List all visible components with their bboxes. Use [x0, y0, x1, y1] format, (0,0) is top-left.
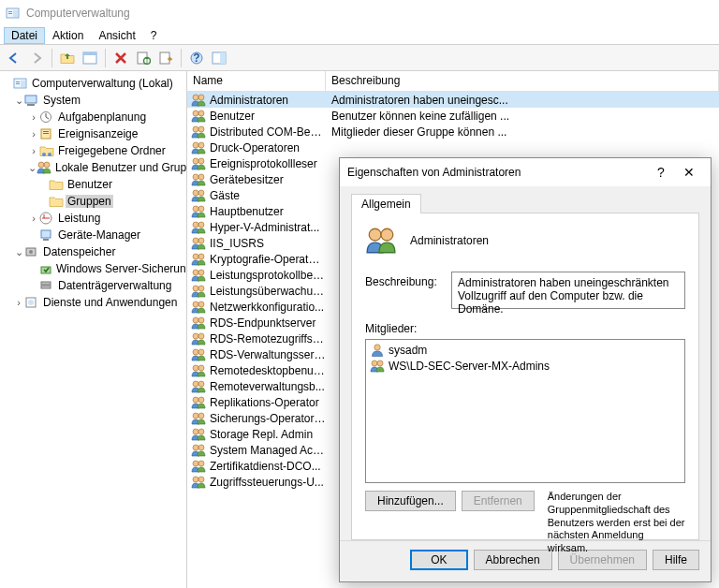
member-row[interactable]: sysadm — [368, 342, 682, 358]
list-item-desc: Mitglieder dieser Gruppe können ... — [326, 125, 719, 139]
list-item-name: Sicherungs-Operatoren — [210, 412, 326, 425]
list-item-name: System Managed Acc... — [210, 444, 326, 457]
group-icon — [191, 300, 206, 315]
menu-aktion[interactable]: Aktion — [45, 27, 91, 44]
svg-rect-8 — [83, 52, 96, 55]
close-icon[interactable]: ✕ — [675, 165, 703, 180]
list-item-name: Hyper-V-Administrat... — [210, 221, 319, 234]
menu-datei[interactable]: Datei — [4, 27, 45, 44]
tree-pane: Computerverwaltung (Lokal) ⌄System ›Aufg… — [0, 71, 187, 588]
list-item-name: Zugriffssteuerungs-U... — [210, 476, 324, 489]
group-icon — [191, 443, 206, 458]
tree-geraete[interactable]: Geräte-Manager — [2, 227, 184, 243]
group-icon — [191, 268, 206, 283]
tree-wsb[interactable]: Windows Server-Sicherung — [2, 260, 184, 277]
delete-button[interactable] — [110, 48, 131, 68]
list-item-name: Ereignisprotokollleser — [210, 157, 317, 170]
tree-daten[interactable]: Datenträgerverwaltung — [2, 277, 184, 294]
members-label: Mitglieder: — [365, 322, 685, 335]
group-icon — [191, 109, 206, 124]
toolbar: ? — [0, 45, 719, 71]
group-icon — [191, 140, 206, 155]
list-item-name: Leistungsüberwachun... — [210, 285, 326, 298]
tree-datenspeicher[interactable]: ⌄Datenspeicher — [2, 243, 184, 260]
dialog-titlebar: Eigenschaften von Administratoren ? ✕ — [340, 158, 711, 186]
list-item-name: Kryptografie-Operator... — [210, 253, 326, 266]
desc-field[interactable]: Administratoren haben uneingeschränkten … — [451, 272, 685, 309]
list-item-name: Druck-Operatoren — [210, 141, 300, 154]
svg-point-33 — [28, 300, 34, 305]
properties-dialog: Eigenschaften von Administratoren ? ✕ Al… — [339, 157, 712, 582]
group-icon — [191, 331, 206, 346]
tab-allgemein[interactable]: Allgemein — [351, 194, 421, 213]
group-icon — [191, 363, 206, 378]
tree-ereignis[interactable]: ›Ereignisanzeige — [2, 125, 184, 142]
group-icon — [191, 236, 206, 251]
tab-content: Administratoren Beschreibung: Administra… — [351, 213, 699, 540]
list-row[interactable]: BenutzerBenutzer können keine zufälligen… — [187, 108, 719, 124]
list-item-desc: Benutzer können keine zufälligen ... — [326, 110, 719, 123]
refresh-button[interactable] — [133, 48, 154, 68]
group-icon — [191, 156, 206, 171]
tree-leistung[interactable]: ›Leistung — [2, 210, 184, 227]
list-item-name: Benutzer — [210, 110, 255, 123]
remove-button[interactable]: Entfernen — [462, 491, 535, 511]
tree-aufgaben[interactable]: ›Aufgabenplanung — [2, 109, 184, 125]
group-icon — [191, 395, 206, 410]
members-list[interactable]: sysadmWS\LD-SEC-Server-MX-Admins — [365, 339, 685, 483]
list-item-name: Gerätebesitzer — [210, 173, 284, 186]
svg-rect-25 — [41, 230, 51, 238]
group-icon — [191, 172, 206, 187]
svg-rect-15 — [220, 52, 226, 64]
list-item-name: Gäste — [210, 189, 240, 202]
member-row[interactable]: WS\LD-SEC-Server-MX-Admins — [368, 358, 682, 374]
desc-label: Beschreibung: — [365, 272, 442, 309]
list-item-name: Remotedesktopbenut... — [210, 364, 326, 377]
tree-lokale[interactable]: ⌄Lokale Benutzer und Gruppen — [2, 159, 184, 176]
group-icon — [191, 427, 206, 442]
up-button[interactable] — [57, 48, 78, 68]
export-button[interactable] — [155, 48, 176, 68]
svg-rect-11 — [160, 52, 169, 64]
add-button[interactable]: Hinzufügen... — [365, 491, 456, 511]
app-icon — [6, 6, 21, 21]
panel-button[interactable] — [209, 48, 229, 68]
menu-help[interactable]: ? — [143, 27, 165, 44]
list-item-name: RDS-Remotezugriffsse... — [210, 332, 326, 345]
forward-button[interactable] — [26, 48, 47, 68]
dialog-title: Eigenschaften von Administratoren — [347, 166, 647, 179]
menu-ansicht[interactable]: Ansicht — [91, 27, 142, 44]
tree-dienste[interactable]: ›Dienste und Anwendungen — [2, 294, 184, 311]
window-title: Computerverwaltung — [26, 7, 130, 20]
list-item-name: Leistungsprotokollben... — [210, 269, 326, 282]
tree-root[interactable]: Computerverwaltung (Lokal) — [2, 75, 184, 92]
group-icon — [191, 347, 206, 362]
col-name[interactable]: Name — [187, 71, 326, 91]
group-icon — [191, 379, 206, 394]
svg-rect-16 — [25, 96, 37, 103]
user-icon — [370, 343, 385, 358]
member-name: WS\LD-SEC-Server-MX-Admins — [389, 360, 550, 373]
list-row[interactable]: AdministratorenAdministratoren haben une… — [187, 92, 719, 108]
svg-point-23 — [48, 153, 51, 156]
props-button[interactable] — [80, 48, 100, 68]
tree-system[interactable]: ⌄System — [2, 92, 184, 109]
membership-note: Änderungen der Gruppenmitgliedschaft des… — [535, 491, 685, 555]
help-button[interactable]: ? — [186, 48, 207, 68]
group-icon — [365, 225, 397, 257]
back-button[interactable] — [4, 48, 24, 68]
list-row[interactable]: Druck-Operatoren — [187, 140, 719, 155]
svg-rect-30 — [41, 282, 51, 285]
list-item-name: RDS-Endpunktserver — [210, 316, 315, 330]
list-item-name: Administratoren — [210, 94, 288, 107]
list-item-name: Netzwerkkonfiguratio... — [210, 301, 324, 314]
group-icon — [370, 359, 385, 374]
list-row[interactable]: Distributed COM-Ben...Mitglieder dieser … — [187, 124, 719, 140]
list-item-name: Remoteverwaltungsb... — [210, 380, 325, 393]
col-desc[interactable]: Beschreibung — [326, 71, 719, 91]
tree-benutzer[interactable]: Benutzer — [2, 176, 184, 193]
dialog-help-icon[interactable]: ? — [647, 165, 675, 180]
titlebar: Computerverwaltung — [0, 0, 719, 26]
tree-gruppen[interactable]: Gruppen — [2, 193, 184, 210]
tree-freigegeben[interactable]: ›Freigegebene Ordner — [2, 142, 184, 159]
